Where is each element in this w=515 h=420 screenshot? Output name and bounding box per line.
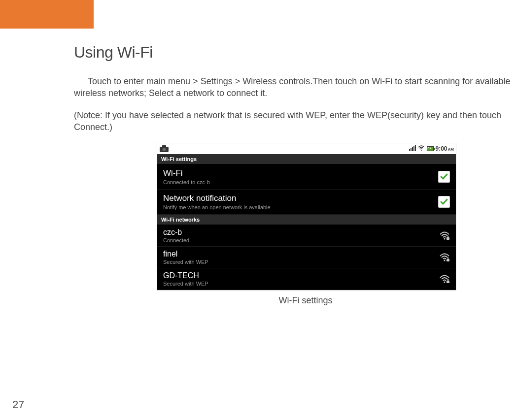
screenshot-caption: Wi-Fi settings [74,295,515,306]
svg-rect-4 [411,148,412,151]
svg-rect-10 [446,237,449,240]
clock: 9:00AM [436,145,454,152]
header-accent-bar [0,0,94,29]
wifi-secure-icon [439,253,450,262]
svg-rect-3 [409,149,410,151]
svg-point-13 [444,281,446,283]
wifi-secure-icon [439,275,450,284]
wifi-row-title: Wi-Fi [163,168,438,178]
wifi-settings-screenshot: 67 9:00AM Wi-Fi settings Wi-Fi Connected… [157,143,456,291]
network-name: finel [163,250,439,258]
network-row[interactable]: finel Secured with WEP [157,247,456,268]
svg-rect-5 [412,147,413,151]
svg-point-9 [444,238,446,239]
section-header-wifi-networks: Wi-Fi networks [157,215,456,225]
page-title: Using Wi-Fi [74,43,515,62]
svg-point-8 [421,150,422,151]
svg-rect-14 [446,281,449,283]
network-status: Secured with WEP [163,281,439,287]
clock-ampm: AM [448,147,454,152]
svg-rect-12 [446,259,449,261]
wifi-toggle-row[interactable]: Wi-Fi Connected to czc-b [157,164,456,190]
camera-icon [159,145,169,153]
network-row[interactable]: GD-TECH Secured with WEP [157,268,456,290]
signal-icon [409,145,416,152]
page-content: Using Wi-Fi Touch to enter main menu > S… [0,29,515,306]
wifi-status-icon [418,145,425,152]
network-status: Secured with WEP [163,259,439,265]
notif-checkbox[interactable] [438,196,450,208]
network-name: czc-b [163,228,439,237]
battery-icon: 67 [427,146,434,151]
wifi-secure-icon [439,231,450,240]
svg-point-11 [444,259,446,261]
page-number: 27 [12,398,24,411]
section-header-wifi-settings: Wi-Fi settings [157,154,456,164]
body-paragraph-2: (Notce: If you have selected a network t… [74,109,513,133]
network-name: GD-TECH [163,271,439,280]
svg-rect-1 [162,145,166,147]
network-row[interactable]: czc-b Connected [157,225,456,247]
wifi-checkbox[interactable] [438,171,450,183]
svg-point-2 [163,148,166,151]
notif-row-sub: Notify me when an open network is availa… [163,204,438,210]
notif-row-title: Network notification [163,194,438,203]
clock-time: 9:00 [436,145,447,152]
network-notification-row[interactable]: Network notification Notify me when an o… [157,190,456,215]
svg-rect-7 [415,145,416,151]
network-status: Connected [163,237,439,243]
body-paragraph-1: Touch to enter main menu > Settings > Wi… [74,75,513,99]
svg-rect-6 [413,146,414,151]
status-bar: 67 9:00AM [157,143,456,154]
wifi-row-sub: Connected to czc-b [163,179,438,185]
